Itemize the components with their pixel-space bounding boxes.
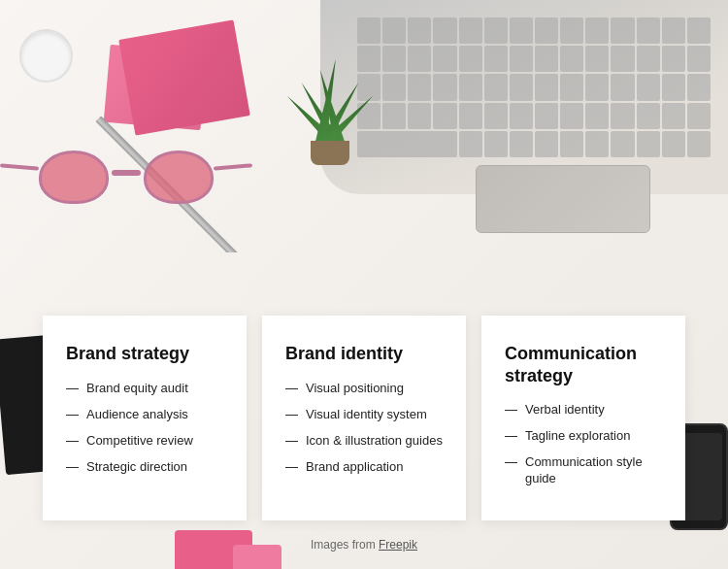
list-item-text: Tagline exploration [525, 428, 630, 445]
glasses-arm-left [0, 163, 39, 170]
list-item-text: Brand application [306, 459, 403, 476]
list-item-text: Communication style guide [525, 454, 662, 487]
list-item-text: Competitive review [86, 433, 193, 450]
list-dash: — [66, 381, 79, 397]
list-dash: — [285, 433, 298, 450]
brand-strategy-list: — Brand equity audit — Audience analysis… [66, 381, 223, 476]
sunglasses [29, 141, 223, 218]
communication-strategy-card: Communication strategy — Verbal identity… [481, 316, 685, 520]
list-dash: — [505, 402, 517, 418]
list-item-text: Visual identity system [306, 407, 427, 423]
list-item: — Visual identity system [285, 407, 443, 423]
cup [19, 29, 73, 83]
list-dash: — [505, 428, 517, 445]
communication-strategy-title: Communication strategy [505, 343, 662, 386]
plant-pot [311, 141, 349, 165]
brand-identity-list: — Visual positioning — Visual identity s… [285, 381, 443, 476]
list-item: — Audience analysis [66, 407, 223, 423]
list-item: — Brand equity audit [66, 381, 223, 397]
brand-strategy-title: Brand strategy [66, 343, 223, 365]
glasses-arm-right [214, 163, 252, 170]
glasses-lens-right [144, 151, 214, 204]
footer-text: Images from [311, 538, 379, 552]
list-dash: — [505, 454, 517, 471]
brand-identity-title: Brand identity [285, 343, 443, 365]
list-item: — Icon & illustration guides [285, 433, 443, 450]
footer: Images from Freepik [0, 538, 728, 552]
list-item-text: Brand equity audit [86, 381, 188, 397]
list-dash: — [285, 407, 298, 423]
list-item-text: Icon & illustration guides [306, 433, 443, 450]
list-item: — Strategic direction [66, 459, 223, 476]
communication-strategy-list: — Verbal identity — Tagline exploration … [505, 402, 662, 487]
list-item: — Competitive review [66, 433, 223, 450]
brand-identity-card: Brand identity — Visual positioning — Vi… [262, 316, 466, 520]
list-item: — Tagline exploration [505, 428, 662, 445]
plant-leaves [291, 10, 369, 146]
list-item-text: Verbal identity [525, 402, 605, 418]
list-dash: — [66, 407, 79, 423]
list-dash: — [285, 459, 298, 476]
glasses-bridge [112, 170, 141, 176]
plant [281, 10, 379, 165]
brand-strategy-card: Brand strategy — Brand equity audit — Au… [43, 316, 247, 520]
keyboard-keys [349, 10, 718, 165]
glasses-frame [29, 151, 223, 209]
list-dash: — [285, 381, 298, 397]
content-overlay: Brand strategy — Brand equity audit — Au… [0, 316, 728, 569]
list-dash: — [66, 459, 79, 476]
list-item-text: Strategic direction [86, 459, 187, 476]
cards-container: Brand strategy — Brand equity audit — Au… [19, 316, 709, 520]
list-item: — Brand application [285, 459, 443, 476]
glasses-lens-left [39, 151, 109, 204]
list-item-text: Visual positioning [306, 381, 404, 397]
list-item-text: Audience analysis [86, 407, 188, 423]
pink-paper [118, 19, 250, 135]
list-dash: — [66, 433, 79, 450]
background-photo [0, 0, 728, 252]
trackpad [476, 165, 650, 233]
footer-link[interactable]: Freepik [379, 538, 417, 552]
list-item: — Verbal identity [505, 402, 662, 418]
list-item: — Visual positioning [285, 381, 443, 397]
list-item: — Communication style guide [505, 454, 662, 487]
